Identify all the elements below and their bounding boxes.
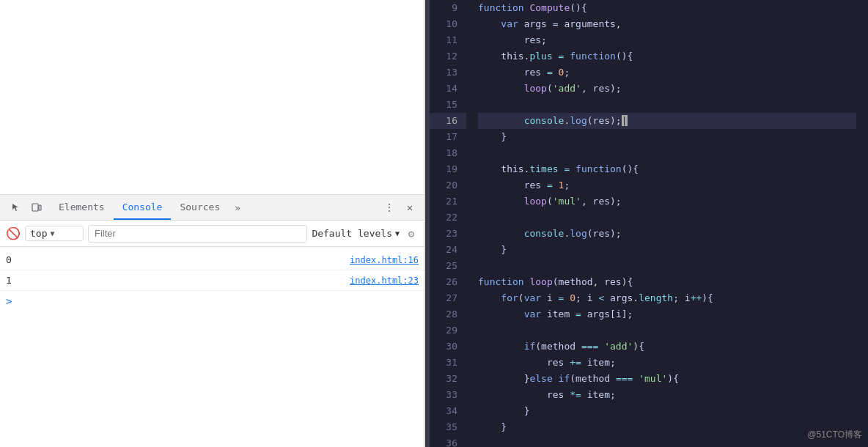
line-number: 15 xyxy=(430,97,466,113)
svg-rect-0 xyxy=(32,204,38,211)
code-line xyxy=(478,435,856,447)
code-line xyxy=(478,258,856,274)
code-line xyxy=(478,145,856,161)
code-line: res = 0; xyxy=(478,64,856,81)
code-panel: 9101112131415161718192021222324252627282… xyxy=(430,0,868,447)
code-line: var args = arguments, xyxy=(478,16,856,32)
line-number: 11 xyxy=(430,32,466,48)
console-row-1: 1 index.html:23 xyxy=(0,270,424,291)
line-number: 21 xyxy=(430,193,466,210)
console-value-1: 1 xyxy=(6,275,12,286)
watermark: @51CTO博客 xyxy=(807,429,862,441)
devtools-icons xyxy=(3,199,50,216)
line-number: 14 xyxy=(430,81,466,97)
code-line: function loop(method, res){ xyxy=(478,274,856,290)
code-line: }else if(method === 'mul'){ xyxy=(478,371,856,387)
code-line: function Compute(){ xyxy=(478,0,856,16)
line-number: 23 xyxy=(430,226,466,242)
no-entry-icon[interactable]: 🚫 xyxy=(6,226,21,241)
code-line: this.plus = function(){ xyxy=(478,48,856,64)
devtools-end-icons: ⋮ ✕ xyxy=(380,199,422,216)
svg-rect-1 xyxy=(39,205,41,210)
line-number: 12 xyxy=(430,48,466,64)
line-number: 31 xyxy=(430,355,466,371)
code-line: res += item; xyxy=(478,355,856,371)
line-number: 13 xyxy=(430,64,466,81)
line-number: 26 xyxy=(430,274,466,290)
devtools-top-area xyxy=(0,0,424,194)
code-line xyxy=(478,210,856,226)
code-line: console.log(res); xyxy=(478,226,856,242)
line-number: 36 xyxy=(430,435,466,447)
devtools-toolbar: Elements Console Sources » ⋮ ✕ xyxy=(0,194,424,221)
console-link-0[interactable]: index.html:16 xyxy=(350,255,419,265)
code-line: loop('mul', res); xyxy=(478,193,856,210)
tab-more[interactable]: » xyxy=(229,195,246,220)
console-toolbar: 🚫 top ▼ Default levels ▼ ⚙ xyxy=(0,221,424,247)
line-number: 30 xyxy=(430,339,466,355)
filter-input[interactable] xyxy=(88,225,307,243)
cursor-icon[interactable] xyxy=(7,199,25,216)
line-number: 28 xyxy=(430,306,466,322)
settings-icon[interactable]: ⚙ xyxy=(404,226,419,241)
code-line: this.times = function(){ xyxy=(478,161,856,177)
line-number: 19 xyxy=(430,161,466,177)
line-number: 25 xyxy=(430,258,466,274)
code-line: loop('add', res); xyxy=(478,81,856,97)
code-line: } xyxy=(478,403,856,419)
options-icon[interactable]: ⋮ xyxy=(380,199,398,216)
console-output: 0 index.html:16 1 index.html:23 > xyxy=(0,247,424,447)
line-numbers: 9101112131415161718192021222324252627282… xyxy=(430,0,466,447)
line-number: 35 xyxy=(430,419,466,435)
device-icon[interactable] xyxy=(28,199,45,216)
console-link-1[interactable]: index.html:23 xyxy=(350,276,419,286)
line-number: 29 xyxy=(430,322,466,339)
console-row-0: 0 index.html:16 xyxy=(0,250,424,270)
code-line: res *= item; xyxy=(478,387,856,403)
code-line: res; xyxy=(478,32,856,48)
console-prompt[interactable]: > xyxy=(0,291,424,311)
line-number: 20 xyxy=(430,177,466,193)
default-levels-arrow: ▼ xyxy=(395,229,400,237)
top-selector[interactable]: top ▼ xyxy=(25,226,84,241)
tab-elements[interactable]: Elements xyxy=(50,195,114,220)
line-number: 9 xyxy=(430,0,466,16)
tab-console[interactable]: Console xyxy=(114,195,172,220)
line-number: 34 xyxy=(430,403,466,419)
line-number: 10 xyxy=(430,16,466,32)
line-number: 32 xyxy=(430,371,466,387)
code-line: if(method === 'add'){ xyxy=(478,339,856,355)
top-selector-arrow: ▼ xyxy=(50,229,54,237)
line-number: 27 xyxy=(430,290,466,306)
line-number: 22 xyxy=(430,210,466,226)
code-line: console.log(res);| xyxy=(478,113,856,129)
console-prompt-arrow: > xyxy=(6,295,12,307)
line-number: 16 xyxy=(430,113,466,129)
code-line: var item = args[i]; xyxy=(478,306,856,322)
code-line: for(var i = 0; i < args.length; i++){ xyxy=(478,290,856,306)
tab-sources[interactable]: Sources xyxy=(171,195,229,220)
code-line: } xyxy=(478,242,856,258)
code-line: res = 1; xyxy=(478,177,856,193)
console-value-0: 0 xyxy=(6,254,12,265)
code-line: } xyxy=(478,129,856,145)
devtools-tabs: Elements Console Sources » xyxy=(50,195,380,220)
code-line xyxy=(478,322,856,339)
devtools-panel: Elements Console Sources » ⋮ ✕ 🚫 top ▼ xyxy=(0,0,425,447)
line-number: 17 xyxy=(430,129,466,145)
close-icon[interactable]: ✕ xyxy=(401,199,419,216)
line-number: 33 xyxy=(430,387,466,403)
code-line xyxy=(478,97,856,113)
line-number: 24 xyxy=(430,242,466,258)
code-line: } xyxy=(478,419,856,435)
line-number: 18 xyxy=(430,145,466,161)
default-levels-selector[interactable]: Default levels ▼ xyxy=(312,228,400,239)
code-content: function Compute(){ var args = arguments… xyxy=(466,0,868,447)
